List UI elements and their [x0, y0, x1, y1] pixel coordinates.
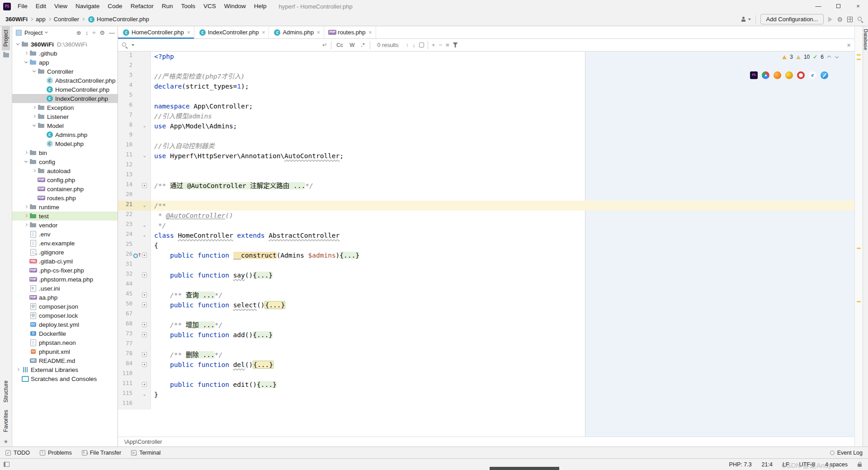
code-line[interactable]: 116 — [118, 400, 854, 409]
event-log-button[interactable]: Event Log — [830, 450, 863, 456]
folder-icon[interactable] — [3, 53, 9, 57]
expand-all-icon[interactable]: ↕ — [85, 29, 89, 36]
whole-words-toggle[interactable]: W — [348, 42, 356, 49]
fold-expand-icon[interactable]: + — [142, 382, 147, 387]
editor-gutter[interactable]: 13 — [118, 171, 151, 181]
tool-tab-favorites[interactable]: Favorites — [2, 406, 10, 436]
warning-mark[interactable] — [857, 59, 861, 60]
editor-gutter[interactable]: 5 — [118, 91, 151, 101]
menu-item-file[interactable]: File — [14, 0, 32, 13]
fold-expand-icon[interactable]: + — [142, 322, 147, 327]
code-line[interactable]: 5 — [118, 91, 854, 101]
fold-collapse-icon[interactable]: ⌄ — [142, 233, 147, 238]
tree-item[interactable]: .php-cs-fixer.php — [12, 266, 118, 275]
editor-gutter[interactable]: 115⌄ — [118, 390, 151, 400]
tree-item[interactable]: Scratches and Consoles — [12, 374, 118, 383]
collapse-all-icon[interactable]: ÷ — [92, 29, 95, 36]
readonly-lock-icon[interactable] — [858, 464, 862, 467]
tree-item[interactable]: .user.ini — [12, 284, 118, 293]
editor-gutter[interactable]: 21⌄ — [118, 201, 151, 211]
code-line[interactable]: 14+/** 通过 @AutoController 注解定义路由 ...*/ — [118, 181, 854, 191]
tool-tab-structure[interactable]: Structure — [2, 377, 10, 406]
locate-file-icon[interactable]: ⊕ — [76, 29, 81, 36]
tree-item[interactable]: 360WiFiD:\360WiFi — [12, 40, 118, 49]
toolwindow-button-terminal[interactable]: >_Terminal — [131, 450, 160, 456]
editor-gutter[interactable]: 11⌄ — [118, 151, 151, 161]
code-editor[interactable]: 1<?php23//严格类型检查(php7才引入)4declare(strict… — [118, 52, 854, 437]
toolwindow-button-problems[interactable]: !Problems — [40, 450, 72, 456]
code-line[interactable]: 26+ public function __construct(Admins $… — [118, 250, 854, 260]
code-line[interactable]: 32+ public function say(){...} — [118, 270, 854, 280]
tab-close-icon[interactable]: × — [187, 29, 190, 36]
menu-item-run[interactable]: Run — [158, 0, 177, 13]
phpstorm-icon[interactable]: PS — [750, 71, 758, 79]
toggle-multiline-icon[interactable]: ≡ — [446, 42, 449, 48]
editor-gutter[interactable]: 8⌄ — [118, 121, 151, 131]
editor-gutter[interactable]: 7 — [118, 111, 151, 121]
editor-gutter[interactable]: 68+ — [118, 320, 151, 330]
filter-icon[interactable] — [453, 42, 458, 47]
tree-item[interactable]: aa.php — [12, 293, 118, 302]
editor-gutter[interactable]: 10 — [118, 141, 151, 151]
add-selection-icon[interactable]: + — [432, 42, 435, 48]
editor-gutter[interactable]: 14+ — [118, 181, 151, 191]
toolwindow-button-file-transfer[interactable]: ↑↓File Transfer — [82, 450, 121, 456]
firefox-dev-icon[interactable] — [785, 71, 793, 79]
tree-item[interactable]: routes.php — [12, 193, 118, 202]
breadcrumb-item[interactable]: app — [36, 16, 46, 23]
code-line[interactable]: 73+ public function add(){...} — [118, 330, 854, 340]
window-grid-icon[interactable] — [847, 17, 853, 22]
tree-item[interactable]: .env — [12, 230, 118, 239]
newline-icon[interactable]: ↵ — [322, 42, 327, 48]
editor-gutter[interactable]: 50+ — [118, 300, 151, 310]
previous-occurrence-icon[interactable]: ↑ — [406, 42, 409, 48]
firefox-icon[interactable] — [774, 71, 781, 79]
code-line[interactable]: 22 * @AutoController() — [118, 211, 854, 221]
tab-close-icon[interactable]: × — [262, 29, 265, 36]
tab-close-icon[interactable]: × — [369, 29, 372, 36]
close-find-bar-icon[interactable]: × — [847, 41, 851, 49]
menu-item-vcs[interactable]: VCS — [199, 0, 220, 13]
tree-arrow-icon[interactable] — [31, 168, 38, 174]
editor-gutter[interactable]: 31 — [118, 260, 151, 270]
tree-item[interactable]: Exception — [12, 103, 118, 112]
tree-item[interactable]: Model — [12, 121, 118, 130]
code-line[interactable]: 50+ public function select(){...} — [118, 300, 854, 310]
tree-item[interactable]: .gitignore — [12, 248, 118, 257]
tree-item[interactable]: HomeController.php — [12, 85, 118, 94]
tree-item[interactable]: bin — [12, 148, 118, 157]
code-line[interactable]: 23⌄ */ — [118, 221, 854, 230]
fold-expand-icon[interactable]: + — [142, 292, 147, 297]
tab-routes-php[interactable]: routes.php× — [324, 26, 376, 38]
code-line[interactable]: 8⌄use App\Model\Admins; — [118, 121, 854, 131]
editor-gutter[interactable]: 73+ — [118, 330, 151, 340]
menu-item-edit[interactable]: Edit — [32, 0, 50, 13]
override-method-icon[interactable] — [133, 252, 140, 258]
run-icon[interactable] — [828, 17, 832, 22]
warning-mark[interactable] — [857, 248, 861, 249]
editor-gutter[interactable]: 3 — [118, 71, 151, 81]
tree-item[interactable]: runtime — [12, 202, 118, 212]
panel-settings-gear-icon[interactable]: ⚙ — [99, 29, 105, 36]
fold-collapse-icon[interactable]: ⌄ — [142, 153, 147, 158]
tree-arrow-icon[interactable] — [15, 41, 21, 47]
editor-gutter[interactable]: 78+ — [118, 350, 151, 360]
prev-highlight-icon[interactable] — [827, 55, 831, 59]
fold-collapse-icon[interactable]: ⌄ — [142, 123, 147, 128]
editor-gutter[interactable]: 110 — [118, 370, 151, 380]
code-line[interactable]: 84+ public function del(){...} — [118, 360, 854, 370]
menu-item-window[interactable]: Window — [220, 0, 250, 13]
inspections-widget[interactable]: 3 10 ✓6 — [782, 54, 839, 60]
editor-breadcrumb[interactable]: \App\Controller — [118, 437, 854, 446]
code-line[interactable]: 21⌄/** — [118, 201, 854, 211]
code-line[interactable]: 7//引入模型admins — [118, 111, 854, 121]
menu-item-code[interactable]: Code — [104, 0, 126, 13]
error-stripe[interactable] — [854, 26, 863, 446]
editor-gutter[interactable]: 25 — [118, 240, 151, 250]
project-panel-title[interactable]: Project — [24, 29, 42, 36]
chrome-icon[interactable] — [762, 71, 769, 79]
find-search-icon[interactable] — [122, 42, 128, 48]
code-line[interactable]: 115⌄} — [118, 390, 854, 400]
toolwindow-toggle-icon[interactable] — [4, 462, 9, 467]
code-line[interactable]: 2 — [118, 61, 854, 71]
